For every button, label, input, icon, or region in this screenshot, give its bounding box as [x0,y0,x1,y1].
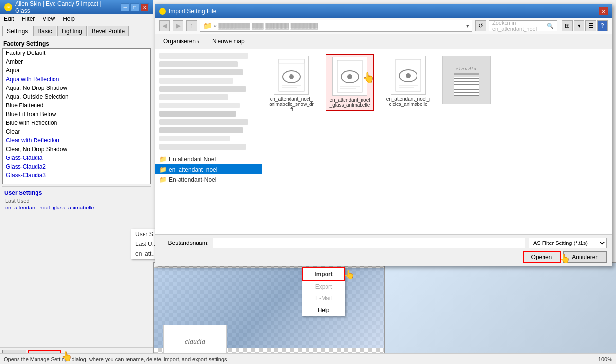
search-icon[interactable]: 🔍 [547,23,554,29]
preset-blue-flat[interactable]: Blue Flattened [3,101,150,110]
up-button[interactable]: ↑ [186,20,197,31]
preset-aqua[interactable]: Aqua [3,66,150,75]
import-button[interactable]: Import [302,267,345,281]
email-button[interactable]: E-Mail [302,293,345,304]
status-bar: Opens the Manage Settings dialog, where … [0,353,616,364]
blurred-row-11 [159,136,230,141]
tree-label-3: En-attendant-Noel [169,176,216,183]
app-window: 👁 Alien Skin | Eye Candy 5 Impact | Glas… [0,0,153,364]
factory-settings-label: Factory Settings [2,38,151,48]
open-button[interactable]: Openen [523,251,561,263]
refresh-button[interactable]: ↺ [475,20,486,31]
tab-basic[interactable]: Basic [33,26,56,36]
import-btn-wrapper: Import 👆 [302,267,345,281]
preset-clear[interactable]: Clear [3,127,150,136]
preset-aqua-reflection[interactable]: Aqua with Reflection [3,75,150,84]
file-item-2[interactable]: 👆 en_attendant_noel_glass_animabelle [326,54,374,111]
filetype-select[interactable]: AS Filter Setting (*.f1s) [529,238,607,248]
preset-blue-reflection[interactable]: Blue with Reflection [3,119,150,127]
svg-point-13 [406,73,411,78]
preset-last-used[interactable]: Last Used [2,197,151,204]
back-button[interactable]: ◀ [159,20,170,31]
status-text: Opens the Manage Settings dialog, where … [4,356,227,362]
menu-edit[interactable]: Edit [2,15,16,23]
file-thumb-wrapper-2: 👆 [332,57,367,96]
file-name-1: en_attendant_noel_animabelle_snow_drift [269,96,314,112]
help-popup-button[interactable]: Help [302,304,345,316]
preset-aqua-no-drop[interactable]: Aqua, No Drop Shadow [3,84,150,92]
blurred-row-3 [159,69,243,75]
forward-button[interactable]: ▶ [173,20,183,31]
dialog-icon [159,8,166,15]
dialog-title: Import Setting File [169,8,216,15]
preset-aqua-outside[interactable]: Aqua, Outside Selection [3,92,150,101]
preset-blue-lit[interactable]: Blue Lit from Below [3,110,150,119]
menu-filter[interactable]: Filter [20,15,36,23]
file-view[interactable]: en_attendant_noel_animabelle_snow_drift [262,49,612,234]
preset-en-attendant[interactable]: en_attendant_noel_glass_animabelle [2,204,151,211]
blurred-row-8 [159,111,236,117]
dialog-bottom: Bestandsnaam: AS Filter Setting (*.f1s) … [155,234,612,266]
preset-amber[interactable]: Amber [3,57,150,66]
file-name-2: en_attendant_noel_glass_animabelle [328,97,371,108]
file-thumb-1 [274,56,309,95]
tree-en-attendant-noel-sub[interactable]: 📁 en_attendant_noel [155,164,262,174]
svg-point-3 [289,74,294,79]
organise-button[interactable]: Organiseren ▾ [159,36,204,47]
filename-input[interactable] [213,238,525,248]
file-doc-icon-1 [278,58,305,92]
nieuwe-map-button[interactable]: Nieuwe map [208,36,249,47]
path-segment2: ▓▓▓ [252,23,263,29]
preset-glass-claudia2[interactable]: Glass-Claudia2 [3,162,150,171]
file-item-1[interactable]: en_attendant_noel_animabelle_snow_drift [267,54,316,114]
open-btn-wrapper: Openen 👆 [523,251,561,263]
blurred-row-7 [159,103,240,108]
search-box[interactable]: Zoeken in en_attendant_noel 🔍 [489,20,557,31]
view-icon-btn[interactable]: ⊞ [562,20,573,31]
tab-bevel-profile[interactable]: Bevel Profile [88,26,129,36]
filename-row: Bestandsnaam: AS Filter Setting (*.f1s) [160,238,607,248]
preset-clear-no-drop[interactable]: Clear, No Drop Shadow [3,145,150,154]
dialog-close-button[interactable]: ✕ [599,7,608,15]
preset-factory-default[interactable]: Factory Default [3,49,150,57]
settings-panel: Factory Settings Factory Default Amber A… [0,36,153,347]
menu-help[interactable]: Help [61,15,76,23]
blurred-row-6 [159,94,228,100]
path-segment3: ▓▓▓▓▓▓ [265,23,289,29]
open-cursor-arrow: 👆 [560,253,570,264]
maximize-button[interactable]: □ [130,3,139,11]
preset-glass-claudia3[interactable]: Glass-Claudia3 [3,171,150,180]
blurred-row-12 [159,144,246,150]
menu-view[interactable]: View [41,15,56,23]
user-settings-label: User Settings [2,189,151,197]
file-item-3[interactable]: en_attendant_noel_icicles_animabelle [384,54,433,109]
dialog-body: 📁 En attendant Noel 📁 en_attendant_noel … [155,49,612,234]
dialog-title-bar: Import Setting File ✕ [155,4,612,18]
file-tree[interactable]: 📁 En attendant Noel 📁 en_attendant_noel … [155,49,262,234]
organise-dropdown-icon: ▾ [197,39,199,44]
tab-settings[interactable]: Settings [2,26,32,36]
help-btn[interactable]: ? [597,20,608,31]
preset-glass-claudia[interactable]: Glass-Claudia [3,154,150,162]
preset-list[interactable]: Factory Default Amber Aqua Aqua with Ref… [2,48,151,184]
preview-area: claudia [153,262,616,364]
path-bar[interactable]: 📁 « ▓▓▓▓▓▓▓▓ ▓▓▓ ▓▓▓▓▓▓ ▓▓▓▓▓▓▓ ▾ [200,20,472,32]
tree-en-attendant-noel[interactable]: 📁 En attendant Noel [155,154,262,164]
tree-en-attendant-noel-3[interactable]: 📁 En-attendant-Noel [155,174,262,185]
path-segment4: ▓▓▓▓▓▓▓ [290,23,318,29]
blurred-row-5 [159,86,246,92]
minimize-button[interactable]: ─ [121,3,129,11]
preset-clear-reflection[interactable]: Clear with Reflection [3,136,150,145]
view-list-btn[interactable]: ▾ [574,20,584,31]
close-button[interactable]: ✕ [140,3,149,11]
view-details-btn[interactable]: ☰ [585,20,596,31]
import-dialog: Import Setting File ✕ ◀ ▶ ↑ 📁 « ▓▓▓▓▓▓▓▓… [155,4,612,266]
claudia-stripes [454,77,479,96]
tab-lighting[interactable]: Lighting [57,26,87,36]
export-button[interactable]: Export [302,281,345,293]
blurred-row-10 [159,127,243,133]
path-dropdown[interactable]: ▾ [466,23,469,29]
file-item-claudia[interactable]: claudia [442,54,491,106]
dialog-nav-toolbar: ◀ ▶ ↑ 📁 « ▓▓▓▓▓▓▓▓ ▓▓▓ ▓▓▓▓▓▓ ▓▓▓▓▓▓▓ ▾ … [155,18,612,34]
file-icons-row: en_attendant_noel_animabelle_snow_drift [267,54,607,114]
